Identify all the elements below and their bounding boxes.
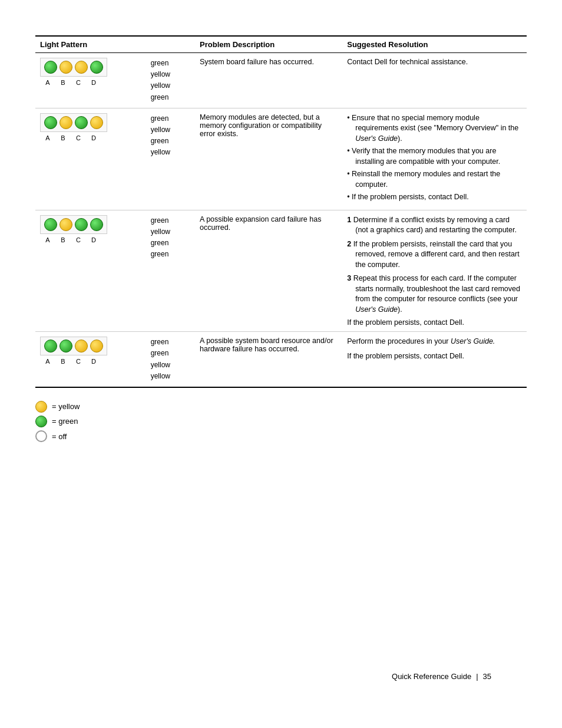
color-list-row4: greengreenyellowyellow xyxy=(146,332,195,387)
legend-green: = green xyxy=(35,414,527,428)
led-label-c: C xyxy=(72,358,85,365)
led-d-row4 xyxy=(90,340,103,353)
page-footer: Quick Reference Guide | 35 xyxy=(392,672,491,681)
led-label-a: A xyxy=(41,134,54,141)
legend-green-icon xyxy=(35,416,47,427)
footer-title: Quick Reference Guide xyxy=(392,672,471,681)
led-label-c: C xyxy=(72,236,85,243)
table-row: A B C D greenyellowgreengreen A possible… xyxy=(35,210,527,332)
list-item: Reinstall the memory modules and restart… xyxy=(347,169,522,190)
colors-row4: greengreenyellowyellow xyxy=(151,337,190,382)
led-a-row3 xyxy=(44,218,57,231)
led-diagram-row4 xyxy=(40,337,107,355)
led-label-d: D xyxy=(87,134,100,141)
color-list-row1: greenyellowyellowgreen xyxy=(146,53,195,108)
led-label-d: D xyxy=(87,236,100,243)
led-cell-row2: A B C D xyxy=(35,108,146,210)
led-cell-row1: A B C D xyxy=(35,53,146,108)
resolution-footer-row4: If the problem persists, contact Dell. xyxy=(347,352,522,360)
problem-row3: A possible expansion card failure has oc… xyxy=(195,210,342,332)
led-a-row4 xyxy=(44,340,57,353)
led-label-a: A xyxy=(41,79,54,86)
legend-green-label: = green xyxy=(52,414,78,428)
led-a-row2 xyxy=(44,116,57,129)
problem-row4: A possible system board resource and/or … xyxy=(195,332,342,387)
led-label-a: A xyxy=(41,236,54,243)
legend-off-icon xyxy=(35,430,47,442)
led-d-row3 xyxy=(90,218,103,231)
led-label-c: C xyxy=(72,79,85,86)
resolution-row1: Contact Dell for technical assistance. xyxy=(342,53,527,108)
led-label-b: B xyxy=(57,79,70,86)
led-diagram-row3 xyxy=(40,215,107,234)
led-cell-row4: A B C D xyxy=(35,332,146,387)
list-item: If the problem persists, contact Dell. xyxy=(347,192,522,203)
led-diagram-row1 xyxy=(40,58,107,77)
list-item: Verify that the memory modules that you … xyxy=(347,146,522,167)
resolution-numbered-row3: 1 Determine if a conflict exists by remo… xyxy=(347,215,522,315)
list-item: 1 Determine if a conflict exists by remo… xyxy=(347,215,522,236)
diagnostic-table: Light Pattern Problem Description Sugges… xyxy=(35,35,527,388)
table-row: A B C D greengreenyellowyellow A possibl… xyxy=(35,332,527,387)
col-header-resolution: Suggested Resolution xyxy=(342,36,527,53)
led-label-d: D xyxy=(87,79,100,86)
footer-separator: | xyxy=(476,672,478,681)
legend-yellow-label: = yellow xyxy=(52,400,80,413)
list-item: 2 If the problem persists, reinstall the… xyxy=(347,239,522,271)
led-label-b: B xyxy=(57,236,70,243)
led-label-a: A xyxy=(41,358,54,365)
led-d-row2 xyxy=(90,116,103,129)
problem-row1: System board failure has occurred. xyxy=(195,53,342,108)
colors-row1: greenyellowyellowgreen xyxy=(151,58,190,103)
legend-off: = off xyxy=(35,430,527,443)
led-label-d: D xyxy=(87,358,100,365)
resolution-row2: Ensure that no special memory module req… xyxy=(342,108,527,210)
led-b-row1 xyxy=(59,61,72,74)
resolution-row3: 1 Determine if a conflict exists by remo… xyxy=(342,210,527,332)
col-header-empty xyxy=(146,36,195,53)
legend-yellow: = yellow xyxy=(35,400,527,413)
col-header-problem: Problem Description xyxy=(195,36,342,53)
color-list-row3: greenyellowgreengreen xyxy=(146,210,195,332)
resolution-list-row2: Ensure that no special memory module req… xyxy=(347,113,522,203)
legend-yellow-icon xyxy=(35,401,47,413)
color-list-row2: greenyellowgreenyellow xyxy=(146,108,195,210)
page-wrapper: Light Pattern Problem Description Sugges… xyxy=(35,35,527,704)
col-header-light-pattern: Light Pattern xyxy=(35,36,146,53)
colors-row3: greenyellowgreengreen xyxy=(151,215,190,261)
led-diagram-row2 xyxy=(40,113,107,132)
led-a-row1 xyxy=(44,61,57,74)
led-b-row4 xyxy=(59,340,72,353)
page-number: 35 xyxy=(483,672,491,681)
legend-off-label: = off xyxy=(52,430,67,443)
led-labels-row3: A B C D xyxy=(41,236,141,243)
led-label-b: B xyxy=(57,358,70,365)
list-item: 3 Repeat this process for each card. If … xyxy=(347,274,522,315)
led-b-row3 xyxy=(59,218,72,231)
resolution-text-row4: Perform the procedures in your User's Gu… xyxy=(347,337,522,347)
led-label-b: B xyxy=(57,134,70,141)
list-item: Ensure that no special memory module req… xyxy=(347,113,522,144)
page-content: Light Pattern Problem Description Sugges… xyxy=(35,35,527,443)
led-c-row2 xyxy=(75,116,88,129)
led-d-row1 xyxy=(90,61,103,74)
led-c-row3 xyxy=(75,218,88,231)
problem-row2: Memory modules are detected, but a memor… xyxy=(195,108,342,210)
led-cell-row3: A B C D xyxy=(35,210,146,332)
led-c-row1 xyxy=(75,61,88,74)
table-row: A B C D greenyellowgreenyellow Memory mo… xyxy=(35,108,527,210)
colors-row2: greenyellowgreenyellow xyxy=(151,113,190,159)
led-legend: = yellow = green = off xyxy=(35,400,527,443)
led-b-row2 xyxy=(59,116,72,129)
resolution-footer-row3: If the problem persists, contact Dell. xyxy=(347,318,522,327)
table-row: A B C D greenyellowyellowgreen System bo… xyxy=(35,53,527,108)
led-labels-row1: A B C D xyxy=(41,79,141,86)
led-labels-row2: A B C D xyxy=(41,134,141,141)
resolution-row4: Perform the procedures in your User's Gu… xyxy=(342,332,527,387)
led-labels-row4: A B C D xyxy=(41,358,141,365)
led-label-c: C xyxy=(72,134,85,141)
led-c-row4 xyxy=(75,340,88,353)
